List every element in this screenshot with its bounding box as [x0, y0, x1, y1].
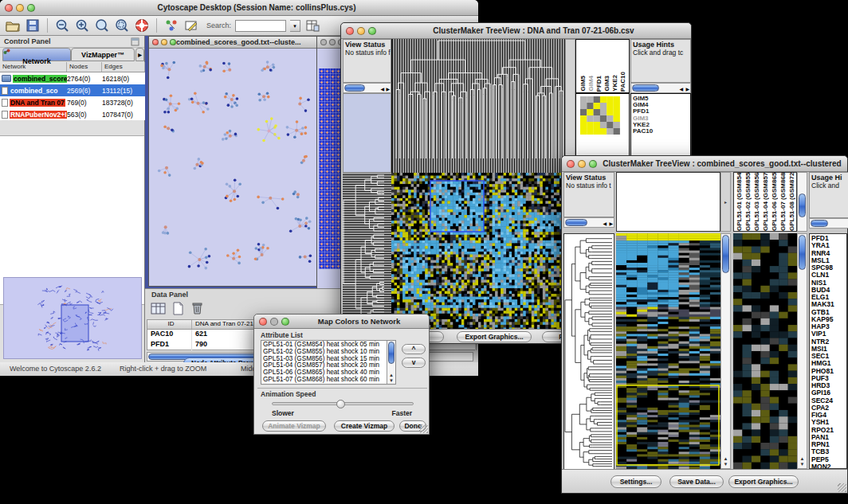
listbox-vscrollbar[interactable]: ▲ ▼: [387, 341, 395, 384]
network-graph-canvas[interactable]: [149, 49, 316, 287]
export-graphics-button[interactable]: Export Graphics...: [457, 331, 532, 342]
scroll-up-icon[interactable]: ▲: [798, 456, 807, 461]
network-list-row[interactable]: RNAPuberNov2+I 563(0) 107847(0): [0, 108, 145, 120]
slider-thumb[interactable]: [336, 400, 345, 408]
tv2-status-hscrollbar[interactable]: ◀ ▶: [563, 217, 614, 228]
hscroll-thumb[interactable]: [811, 220, 828, 227]
minimize-icon[interactable]: [329, 39, 336, 45]
scroll-down-icon[interactable]: ▼: [721, 462, 730, 467]
inner-titlebar[interactable]: combined_scores_good.txt--cluste...: [149, 37, 316, 49]
minimize-icon[interactable]: [161, 39, 167, 45]
network-overview-thumbnail[interactable]: [3, 277, 142, 359]
close-icon[interactable]: [567, 160, 575, 168]
vscroll-thumb[interactable]: [799, 193, 806, 217]
close-icon[interactable]: [152, 39, 159, 45]
minimize-icon[interactable]: [357, 27, 365, 35]
tv2-hints-hscrollbar[interactable]: [809, 218, 848, 229]
tab-network[interactable]: Network: [2, 48, 71, 61]
new-attribute-icon[interactable]: [169, 300, 186, 316]
zoom-window-icon[interactable]: [589, 160, 597, 168]
dialog-titlebar[interactable]: Map Colors to Network: [254, 315, 429, 329]
scroll-left-icon[interactable]: ◀: [603, 221, 607, 226]
create-vizmap-button[interactable]: Create Vizmap: [334, 420, 395, 432]
scroll-right-icon[interactable]: ▶: [685, 86, 689, 92]
delete-attribute-icon[interactable]: [188, 300, 206, 316]
minimize-icon[interactable]: [270, 318, 278, 326]
tab-vizmapper[interactable]: VizMapper™: [71, 48, 135, 61]
tv2-mini-vscrollbar[interactable]: ▲ ▼: [797, 233, 807, 469]
resize-grip[interactable]: [838, 483, 846, 492]
scroll-right-icon[interactable]: ▶: [386, 86, 390, 92]
close-icon[interactable]: [5, 4, 13, 12]
search-input[interactable]: [235, 20, 286, 32]
help-ring-icon[interactable]: [134, 18, 150, 33]
hscroll-thumb[interactable]: [565, 219, 587, 226]
scroll-right-icon[interactable]: ▶: [609, 221, 613, 226]
export-graphics-button[interactable]: Export Graphics...: [728, 475, 799, 488]
main-titlebar[interactable]: Cytoscape Desktop (Session Name: collins…: [0, 0, 478, 16]
animate-vizmap-button[interactable]: Animate Vizmap: [262, 420, 326, 432]
tv1-column-dendrogram[interactable]: [391, 39, 565, 173]
zoom-selected-icon[interactable]: [114, 18, 130, 33]
zoom-in-icon[interactable]: [74, 18, 90, 33]
tv2-row-dendrogram[interactable]: [563, 233, 614, 471]
tab-overflow-arrow[interactable]: ▶: [135, 48, 144, 61]
network-list-row[interactable]: DNA and Tran 07 769(0) 183728(0): [0, 96, 145, 108]
close-icon[interactable]: [320, 39, 327, 45]
save-data-button[interactable]: Save Data...: [669, 475, 724, 488]
scroll-left-icon[interactable]: ◀: [380, 86, 384, 92]
zoom-window-icon[interactable]: [170, 39, 176, 45]
node-view-icon[interactable]: [163, 18, 179, 33]
settings-button[interactable]: Settings...: [610, 475, 662, 488]
dense-network-canvas[interactable]: [319, 68, 340, 269]
attribute-item[interactable]: GPL51-07 (GSM868) heat shock 60 min: [263, 377, 386, 384]
close-icon[interactable]: [346, 27, 354, 35]
tv1-titlebar[interactable]: ClusterMaker TreeView : DNA and Tran 07-…: [341, 23, 691, 39]
save-icon[interactable]: [25, 18, 41, 33]
hscroll-thumb[interactable]: [632, 84, 659, 92]
network-edge-count: 107847(0): [102, 111, 145, 119]
minimize-icon[interactable]: [16, 4, 24, 12]
minimize-icon[interactable]: [578, 160, 586, 168]
tv2-heatmap[interactable]: [616, 233, 720, 469]
tv1-status-hscrollbar[interactable]: ◀ ▶: [343, 83, 391, 93]
move-down-button[interactable]: v: [402, 357, 426, 368]
scroll-left-icon[interactable]: ◀: [679, 86, 683, 92]
tv2-titlebar[interactable]: ClusterMaker TreeView : combined_scores_…: [562, 156, 847, 172]
zoom-window-icon[interactable]: [281, 318, 289, 326]
vscroll-thumb[interactable]: [799, 235, 806, 270]
scroll-up-icon[interactable]: ▲: [721, 456, 730, 461]
network-view-window[interactable]: combined_scores_good.txt--cluste...: [148, 36, 317, 287]
tv2-gene-list[interactable]: PFD1YRA1RNR4MSL1SPC98CLN1NIS1BUD4ELG1MAK…: [809, 233, 847, 469]
tv2-heat-vscrollbar[interactable]: ▲ ▼: [720, 233, 731, 469]
zoom-window-icon[interactable]: [368, 27, 376, 35]
resize-grip[interactable]: [419, 424, 428, 433]
tv1-hints-hscrollbar[interactable]: ◀ ▶: [630, 83, 691, 93]
annotation-icon[interactable]: [183, 18, 199, 33]
close-icon[interactable]: [259, 318, 267, 326]
zoom-out-icon[interactable]: [54, 18, 70, 33]
tv2-mini-heatmap[interactable]: [733, 233, 797, 469]
attribute-select-icon[interactable]: [150, 300, 167, 316]
tv2-labels-vscrollbar[interactable]: [797, 172, 807, 232]
network-list-row[interactable]: combined_scores 2764(0) 16218(0): [0, 72, 145, 84]
zoom-fit-icon[interactable]: [94, 18, 110, 33]
attribute-listbox[interactable]: GPL51-01 (GSM854) heat shock 05 minGPL51…: [261, 340, 396, 385]
vscroll-thumb[interactable]: [388, 342, 395, 364]
tv1-heatmap[interactable]: [391, 173, 565, 330]
scroll-down-icon[interactable]: ▼: [798, 462, 807, 467]
network-list-row[interactable]: combined_sco 2569(6) 13112(15): [0, 84, 145, 96]
move-up-button[interactable]: ^: [402, 344, 426, 354]
tv1-summary-matrix[interactable]: [580, 96, 620, 135]
scroll-up-icon[interactable]: ▲: [387, 373, 395, 377]
animation-speed-slider[interactable]: [272, 402, 414, 405]
vscroll-thumb[interactable]: [722, 235, 729, 273]
tv1-row-dendrogram[interactable]: [343, 173, 391, 330]
float-panel-icon[interactable]: [131, 37, 139, 46]
hscroll-thumb[interactable]: [344, 84, 365, 92]
open-folder-icon[interactable]: [5, 18, 21, 33]
attribute-table-icon[interactable]: [304, 18, 320, 33]
zoom-window-icon[interactable]: [27, 4, 35, 12]
scroll-down-icon[interactable]: ▼: [387, 378, 395, 383]
search-dropdown-icon[interactable]: ▼: [290, 20, 300, 32]
